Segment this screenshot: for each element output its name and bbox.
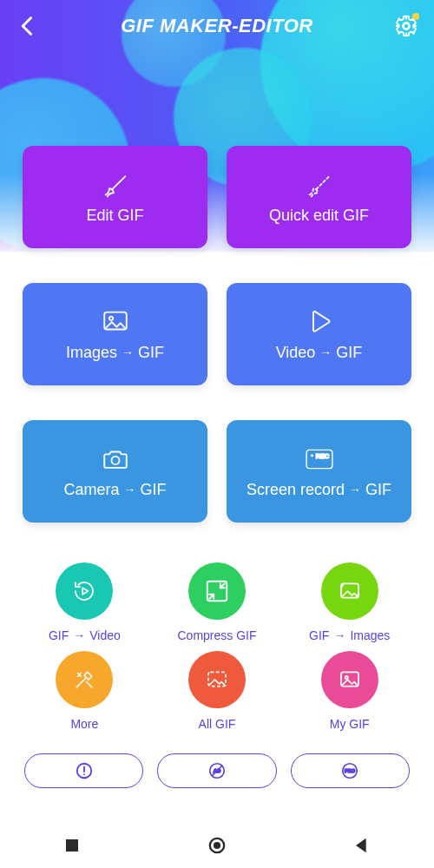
refresh-image-icon (337, 578, 363, 604)
circle-icon (205, 833, 229, 858)
svg-text:REC: REC (315, 451, 329, 459)
home-button[interactable] (205, 833, 229, 858)
svg-text:PRO: PRO (345, 768, 356, 773)
svg-rect-19 (66, 839, 78, 852)
pro-icon: PRO (340, 761, 359, 780)
camera-to-gif-tile[interactable]: Camera→GIF (23, 420, 207, 523)
gif-to-video-button[interactable]: GIF→Video (23, 562, 147, 642)
rec-icon: REC (305, 444, 334, 474)
gallery-dashed-icon (204, 667, 230, 693)
app-title: GIF MAKER-EDITOR (121, 15, 312, 37)
triangle-left-icon (350, 833, 374, 858)
tile-label-a: Camera (63, 481, 119, 499)
alert-icon (75, 761, 94, 780)
my-gif-button[interactable]: My GIF (287, 651, 411, 731)
circle-label: My GIF (330, 717, 370, 731)
back-button[interactable] (16, 14, 40, 38)
svg-point-4 (111, 456, 119, 464)
settings-button[interactable] (394, 14, 418, 38)
circle-label: Compress GIF (177, 628, 256, 642)
tile-label: Quick edit GIF (269, 207, 369, 225)
svg-point-14 (83, 773, 85, 775)
svg-point-21 (214, 842, 220, 849)
tile-label: Edit GIF (86, 207, 143, 225)
image-icon (101, 307, 130, 337)
images-to-gif-tile[interactable]: Images→GIF (23, 283, 207, 385)
compress-icon (204, 578, 230, 604)
brush-dashed-icon (305, 170, 334, 200)
circle-label: All GIF (199, 717, 236, 731)
screen-record-to-gif-tile[interactable]: REC Screen record→GIF (227, 420, 411, 523)
arrow-icon: → (346, 483, 364, 496)
circle-label: More (70, 717, 98, 731)
camera-icon (101, 444, 130, 474)
tile-label-b: GIF (336, 344, 362, 362)
tile-label-a: Video (276, 344, 316, 362)
arrow-icon: → (317, 345, 334, 359)
more-button[interactable]: More (23, 651, 147, 731)
svg-point-12 (345, 676, 347, 679)
no-ad-pill-button[interactable]: AD (157, 753, 276, 788)
brush-icon (101, 170, 130, 200)
svg-point-6 (310, 454, 312, 457)
replay-play-icon (71, 578, 97, 604)
arrow-icon: → (70, 628, 88, 642)
quick-edit-gif-tile[interactable]: Quick edit GIF (227, 146, 411, 248)
back-nav-button[interactable] (350, 833, 374, 858)
tools-icon (71, 667, 97, 693)
circle-label-a: GIF (49, 628, 69, 642)
tile-label-b: GIF (141, 481, 167, 499)
image-outline-icon (337, 667, 363, 693)
svg-text:AD: AD (214, 768, 221, 773)
alert-pill-button[interactable] (24, 753, 143, 788)
svg-point-3 (108, 316, 112, 319)
chevron-left-icon (16, 14, 40, 38)
system-nav-bar (0, 823, 434, 868)
tile-label-a: Images (66, 344, 117, 362)
tile-label-b: GIF (365, 481, 391, 499)
tile-label-b: GIF (138, 344, 164, 362)
square-icon (60, 833, 84, 858)
circle-label-a: GIF (309, 628, 329, 642)
svg-point-1 (403, 23, 409, 30)
arrow-icon: → (331, 628, 348, 642)
gif-to-images-button[interactable]: GIF→Images (287, 562, 411, 642)
all-gif-button[interactable]: All GIF (155, 651, 279, 731)
pro-pill-button[interactable]: PRO (291, 753, 410, 788)
play-icon (305, 307, 334, 337)
circle-label-b: Video (89, 628, 121, 642)
arrow-icon: → (119, 345, 136, 359)
no-ad-icon: AD (207, 761, 227, 780)
circle-label-b: Images (350, 628, 390, 642)
edit-gif-tile[interactable]: Edit GIF (23, 146, 207, 248)
tile-label-a: Screen record (247, 481, 345, 499)
notification-dot-icon (412, 13, 419, 20)
compress-gif-button[interactable]: Compress GIF (155, 562, 279, 642)
video-to-gif-tile[interactable]: Video→GIF (227, 283, 411, 385)
recent-apps-button[interactable] (60, 833, 84, 858)
arrow-icon: → (122, 483, 139, 496)
